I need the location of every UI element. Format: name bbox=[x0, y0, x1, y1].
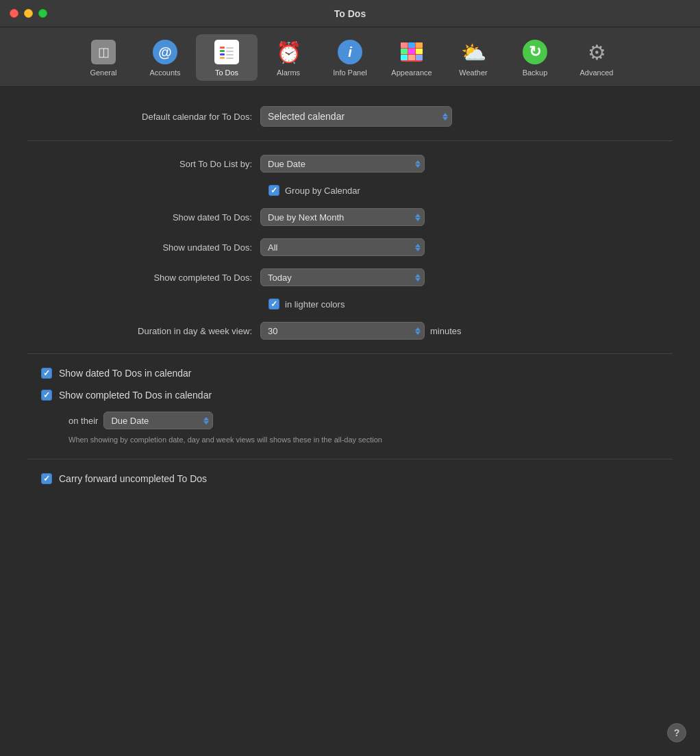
tab-infopanel[interactable]: i Info Panel bbox=[319, 34, 381, 81]
svg-rect-3 bbox=[220, 53, 225, 55]
toolbar: ◫ General @ Accounts bbox=[0, 27, 700, 87]
close-button[interactable] bbox=[10, 9, 18, 18]
duration-row: Duration in day & week view: 30 15 45 60… bbox=[27, 322, 673, 340]
group-by-calendar-row: ✓ Group by Calendar bbox=[268, 185, 673, 196]
show-dated-select[interactable]: Due by Next Month Due Today Due This Wee… bbox=[260, 208, 425, 226]
tab-backup[interactable]: ↻ Backup bbox=[504, 34, 566, 81]
duration-label: Duration in day & week view: bbox=[27, 326, 260, 336]
show-completed-select-wrapper: Today Yesterday This Week None All bbox=[260, 268, 425, 286]
show-completed-calendar-row: ✓ Show completed To Dos in calendar bbox=[41, 390, 659, 401]
carry-forward-checkbox[interactable]: ✓ bbox=[41, 473, 52, 484]
svg-rect-5 bbox=[226, 47, 234, 49]
tab-appearance-label: Appearance bbox=[391, 68, 432, 77]
tab-appearance[interactable]: Appearance bbox=[381, 34, 442, 81]
svg-rect-1 bbox=[220, 47, 225, 49]
carry-forward-label: Carry forward uncompleted To Dos bbox=[59, 473, 207, 484]
content-area: Default calendar for To Dos: Selected ca… bbox=[0, 87, 700, 514]
show-undated-row: Show undated To Dos: All None bbox=[27, 238, 673, 256]
on-their-select-wrapper: Due Date Completion Date bbox=[103, 412, 213, 429]
show-completed-select[interactable]: Today Yesterday This Week None All bbox=[260, 268, 425, 286]
tab-alarms[interactable]: ⏰ Alarms bbox=[258, 34, 319, 81]
tab-alarms-label: Alarms bbox=[277, 68, 300, 77]
lighter-colors-row: ✓ in lighter colors bbox=[268, 299, 673, 310]
group-by-calendar-checkbox[interactable]: ✓ bbox=[268, 185, 279, 196]
group-by-calendar-label: Group by Calendar bbox=[285, 186, 360, 196]
sort-select[interactable]: Due Date Title Priority Calendar bbox=[260, 155, 425, 173]
bottom-section: ✓ Show dated To Dos in calendar ✓ Show c… bbox=[27, 368, 673, 445]
show-dated-select-wrapper: Due by Next Month Due Today Due This Wee… bbox=[260, 208, 425, 226]
tab-general-label: General bbox=[90, 68, 116, 77]
tab-todos[interactable]: To Dos bbox=[196, 34, 258, 81]
svg-rect-6 bbox=[226, 51, 234, 52]
svg-rect-16 bbox=[401, 55, 408, 60]
on-their-select[interactable]: Due Date Completion Date bbox=[103, 412, 213, 429]
sort-label: Sort To Do List by: bbox=[27, 159, 260, 169]
tab-backup-label: Backup bbox=[523, 68, 548, 77]
lighter-colors-checkbox[interactable]: ✓ bbox=[268, 299, 279, 310]
advanced-icon: ⚙ bbox=[583, 38, 610, 66]
sort-select-wrapper: Due Date Title Priority Calendar bbox=[260, 155, 425, 173]
svg-rect-13 bbox=[401, 49, 408, 54]
duration-select[interactable]: 30 15 45 60 90 120 bbox=[260, 322, 425, 340]
weather-icon: ⛅ bbox=[460, 38, 487, 66]
carry-forward-row: ✓ Carry forward uncompleted To Dos bbox=[41, 473, 659, 484]
group-by-calendar-check: ✓ bbox=[271, 186, 277, 194]
svg-rect-8 bbox=[226, 58, 234, 59]
tab-accounts[interactable]: @ Accounts bbox=[134, 34, 196, 81]
default-calendar-select-wrapper: Selected calendar Home Work bbox=[260, 106, 452, 127]
divider-1 bbox=[27, 140, 673, 141]
todos-icon bbox=[213, 38, 240, 66]
show-dated-row: Show dated To Dos: Due by Next Month Due… bbox=[27, 208, 673, 226]
carry-forward-section: ✓ Carry forward uncompleted To Dos bbox=[27, 473, 673, 484]
svg-rect-4 bbox=[220, 57, 225, 59]
lighter-colors-check: ✓ bbox=[271, 300, 277, 308]
default-calendar-select[interactable]: Selected calendar Home Work bbox=[260, 106, 452, 127]
svg-rect-7 bbox=[226, 54, 234, 55]
show-completed-row: Show completed To Dos: Today Yesterday T… bbox=[27, 268, 673, 286]
divider-3 bbox=[27, 459, 673, 459]
show-completed-calendar-label: Show completed To Dos in calendar bbox=[59, 390, 212, 401]
on-their-label: on their bbox=[68, 416, 98, 426]
sort-row: Sort To Do List by: Due Date Title Prior… bbox=[27, 155, 673, 173]
minimize-button[interactable] bbox=[24, 9, 33, 18]
appearance-icon bbox=[398, 38, 425, 66]
svg-rect-17 bbox=[408, 55, 415, 60]
default-calendar-row: Default calendar for To Dos: Selected ca… bbox=[27, 106, 673, 127]
svg-rect-2 bbox=[220, 50, 225, 52]
tab-accounts-label: Accounts bbox=[149, 68, 180, 77]
backup-icon: ↻ bbox=[521, 38, 549, 66]
tab-infopanel-label: Info Panel bbox=[333, 68, 367, 77]
traffic-lights bbox=[10, 9, 47, 18]
svg-rect-12 bbox=[416, 42, 423, 48]
maximize-button[interactable] bbox=[38, 9, 47, 18]
tab-weather[interactable]: ⛅ Weather bbox=[442, 34, 504, 81]
svg-rect-18 bbox=[416, 55, 423, 60]
show-undated-label: Show undated To Dos: bbox=[27, 242, 260, 253]
tab-general[interactable]: ◫ General bbox=[73, 34, 134, 81]
infopanel-icon: i bbox=[336, 38, 364, 66]
general-icon: ◫ bbox=[90, 38, 117, 66]
duration-select-wrapper: 30 15 45 60 90 120 bbox=[260, 322, 425, 340]
show-dated-calendar-row: ✓ Show dated To Dos in calendar bbox=[41, 368, 659, 379]
show-dated-calendar-label: Show dated To Dos in calendar bbox=[59, 368, 192, 379]
helper-text: When showing by completion date, day and… bbox=[68, 435, 479, 445]
svg-rect-14 bbox=[408, 49, 415, 54]
alarms-icon: ⏰ bbox=[275, 38, 302, 66]
show-undated-select[interactable]: All None bbox=[260, 238, 425, 256]
tab-advanced[interactable]: ⚙ Advanced bbox=[566, 34, 627, 81]
window-title: To Dos bbox=[334, 8, 366, 19]
lighter-colors-label: in lighter colors bbox=[285, 299, 345, 310]
tab-todos-label: To Dos bbox=[215, 68, 238, 77]
divider-2 bbox=[27, 353, 673, 354]
help-button[interactable]: ? bbox=[667, 723, 686, 742]
svg-rect-10 bbox=[401, 42, 408, 48]
accounts-icon: @ bbox=[151, 38, 179, 66]
show-completed-label: Show completed To Dos: bbox=[27, 273, 260, 283]
show-dated-label: Show dated To Dos: bbox=[27, 212, 260, 223]
show-completed-calendar-check: ✓ bbox=[43, 391, 50, 399]
show-completed-calendar-checkbox[interactable]: ✓ bbox=[41, 390, 52, 401]
duration-unit: minutes bbox=[430, 326, 462, 336]
svg-rect-11 bbox=[408, 42, 415, 48]
default-calendar-label: Default calendar for To Dos: bbox=[27, 112, 260, 122]
show-dated-calendar-checkbox[interactable]: ✓ bbox=[41, 368, 52, 379]
